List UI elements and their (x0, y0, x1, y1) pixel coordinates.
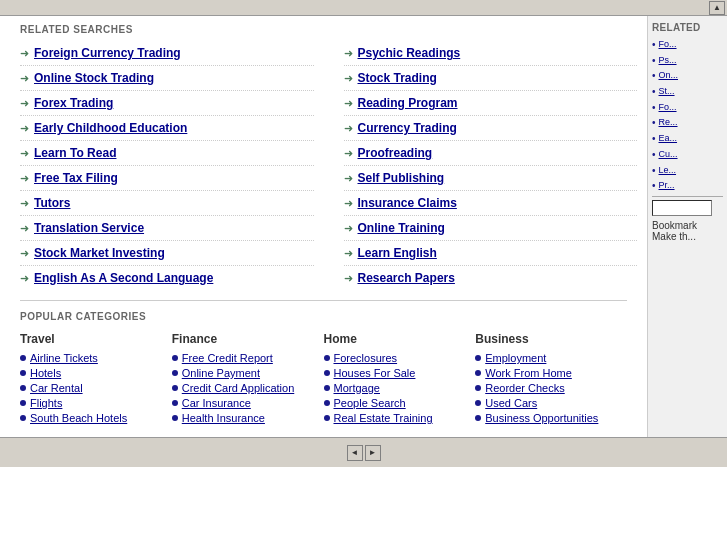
category-link-south-beach-hotels[interactable]: South Beach Hotels (30, 412, 127, 424)
category-link-credit-card-application[interactable]: Credit Card Application (182, 382, 295, 394)
sidebar-bullet-icon: • (652, 55, 656, 66)
category-link-real-estate-training[interactable]: Real Estate Training (334, 412, 433, 424)
search-link-early-childhood-education[interactable]: Early Childhood Education (34, 121, 187, 135)
bullet-icon (20, 400, 26, 406)
search-link-self-publishing[interactable]: Self Publishing (358, 171, 445, 185)
category-item: Car Insurance (172, 397, 314, 409)
category-title-business: Business (475, 332, 617, 346)
search-link-stock-trading[interactable]: Stock Trading (358, 71, 437, 85)
bullet-icon (324, 355, 330, 361)
search-link-online-training[interactable]: Online Training (358, 221, 445, 235)
category-item: Flights (20, 397, 162, 409)
sidebar-header: RELATED (652, 22, 723, 33)
sidebar-link-le[interactable]: Le... (659, 165, 677, 177)
bullet-icon (20, 415, 26, 421)
category-title-finance: Finance (172, 332, 314, 346)
sidebar-link-ps[interactable]: Ps... (659, 55, 677, 67)
list-item: ➜ Stock Trading (344, 66, 638, 91)
list-item: ➜ English As A Second Language (20, 266, 314, 290)
search-link-free-tax-filing[interactable]: Free Tax Filing (34, 171, 118, 185)
category-link-health-insurance[interactable]: Health Insurance (182, 412, 265, 424)
search-link-foreign-currency-trading[interactable]: Foreign Currency Trading (34, 46, 181, 60)
arrow-icon: ➜ (20, 122, 29, 135)
list-item: ➜ Reading Program (344, 91, 638, 116)
searches-left-col: ➜ Foreign Currency Trading ➜ Online Stoc… (0, 41, 324, 290)
bullet-icon (324, 370, 330, 376)
arrow-icon: ➜ (20, 147, 29, 160)
categories-grid: Travel Airline Tickets Hotels Car Rental (20, 332, 627, 427)
bullet-icon (324, 415, 330, 421)
search-link-online-stock-trading[interactable]: Online Stock Trading (34, 71, 154, 85)
search-link-tutors[interactable]: Tutors (34, 196, 70, 210)
sidebar-link-fo2[interactable]: Fo... (659, 102, 677, 114)
category-link-employment[interactable]: Employment (485, 352, 546, 364)
search-link-learn-english[interactable]: Learn English (358, 246, 437, 260)
sidebar-link-on[interactable]: On... (659, 70, 679, 82)
list-item: ➜ Foreign Currency Trading (20, 41, 314, 66)
category-link-mortgage[interactable]: Mortgage (334, 382, 380, 394)
category-item: Online Payment (172, 367, 314, 379)
category-link-car-rental[interactable]: Car Rental (30, 382, 83, 394)
sidebar-link-pr[interactable]: Pr... (659, 180, 675, 192)
arrow-icon: ➜ (20, 47, 29, 60)
top-scrollbar: ▲ (0, 0, 727, 16)
list-item: ➜ Online Stock Trading (20, 66, 314, 91)
category-link-work-from-home[interactable]: Work From Home (485, 367, 572, 379)
list-item: ➜ Translation Service (20, 216, 314, 241)
search-link-reading-program[interactable]: Reading Program (358, 96, 458, 110)
sidebar-bullet-icon: • (652, 180, 656, 191)
search-link-english-as-second-language[interactable]: English As A Second Language (34, 271, 213, 285)
bullet-icon (475, 400, 481, 406)
search-link-research-papers[interactable]: Research Papers (358, 271, 455, 285)
bullet-icon (172, 355, 178, 361)
bullet-icon (475, 415, 481, 421)
list-item: ➜ Insurance Claims (344, 191, 638, 216)
arrow-icon: ➜ (344, 72, 353, 85)
category-link-car-insurance[interactable]: Car Insurance (182, 397, 251, 409)
category-link-reorder-checks[interactable]: Reorder Checks (485, 382, 564, 394)
arrow-icon: ➜ (344, 222, 353, 235)
category-link-business-opportunities[interactable]: Business Opportunities (485, 412, 598, 424)
search-link-forex-trading[interactable]: Forex Trading (34, 96, 113, 110)
category-link-online-payment[interactable]: Online Payment (182, 367, 260, 379)
search-link-psychic-readings[interactable]: Psychic Readings (358, 46, 461, 60)
category-link-foreclosures[interactable]: Foreclosures (334, 352, 398, 364)
search-link-stock-market-investing[interactable]: Stock Market Investing (34, 246, 165, 260)
sidebar-link-st[interactable]: St... (659, 86, 675, 98)
search-link-proofreading[interactable]: Proofreading (358, 146, 433, 160)
category-link-flights[interactable]: Flights (30, 397, 62, 409)
bullet-icon (475, 385, 481, 391)
sidebar-link-fo[interactable]: Fo... (659, 39, 677, 51)
scroll-right-btn[interactable]: ► (365, 445, 381, 461)
category-link-people-search[interactable]: People Search (334, 397, 406, 409)
list-item: ➜ Tutors (20, 191, 314, 216)
search-link-translation-service[interactable]: Translation Service (34, 221, 144, 235)
arrow-icon: ➜ (20, 222, 29, 235)
scroll-up-btn[interactable]: ▲ (709, 1, 725, 15)
arrow-icon: ➜ (344, 197, 353, 210)
category-link-used-cars[interactable]: Used Cars (485, 397, 537, 409)
category-link-free-credit-report[interactable]: Free Credit Report (182, 352, 273, 364)
sidebar-item: • Cu... (652, 149, 723, 161)
bullet-icon (20, 370, 26, 376)
scroll-left-btn[interactable]: ◄ (347, 445, 363, 461)
arrow-icon: ➜ (20, 72, 29, 85)
sidebar-link-ea[interactable]: Ea... (659, 133, 678, 145)
sidebar-divider (652, 196, 723, 197)
search-link-currency-trading[interactable]: Currency Trading (358, 121, 457, 135)
sidebar-link-re[interactable]: Re... (659, 117, 678, 129)
left-panel: RELATED SEARCHES ➜ Foreign Currency Trad… (0, 16, 647, 437)
popular-categories-section: POPULAR CATEGORIES Travel Airline Ticket… (0, 301, 647, 437)
sidebar-link-cu[interactable]: Cu... (659, 149, 678, 161)
category-link-airline-tickets[interactable]: Airline Tickets (30, 352, 98, 364)
sidebar-bullet-icon: • (652, 133, 656, 144)
search-link-insurance-claims[interactable]: Insurance Claims (358, 196, 457, 210)
list-item: ➜ Online Training (344, 216, 638, 241)
category-link-hotels[interactable]: Hotels (30, 367, 61, 379)
search-link-learn-to-read[interactable]: Learn To Read (34, 146, 116, 160)
category-link-houses-for-sale[interactable]: Houses For Sale (334, 367, 416, 379)
sidebar-input[interactable] (652, 200, 712, 216)
sidebar-bullet-icon: • (652, 102, 656, 113)
right-sidebar: RELATED • Fo... • Ps... • On... • St... … (647, 16, 727, 437)
bullet-icon (20, 385, 26, 391)
